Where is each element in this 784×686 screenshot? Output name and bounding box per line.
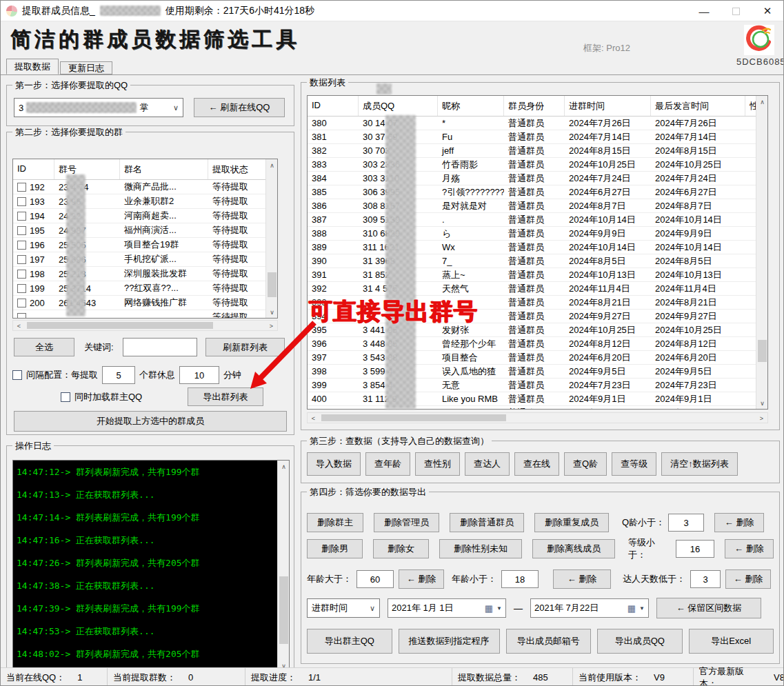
table-row[interactable]: 380 30 14 07 * 普通群员 2024年7月26日 2024年7月26…: [308, 117, 756, 130]
row-checkbox[interactable]: [17, 197, 26, 206]
table-row[interactable]: 390 31 3968 7_ 普通群员 2024年8月5日 2024年8月5日: [308, 254, 756, 268]
export-button[interactable]: 导出Excel: [689, 629, 774, 654]
data-table-hscrollbar[interactable]: < >: [307, 412, 768, 423]
table-row[interactable]: 199 25 3714 ??红双喜??... 等待提取: [13, 281, 265, 296]
table-row[interactable]: 381 30 37 69 Fu 普通群员 2024年7月14日 2024年7月1…: [308, 130, 756, 144]
filter-delete-button[interactable]: 删除性别未知: [439, 539, 522, 558]
table-row[interactable]: 382 30 703 jeff 普通群员 2024年8月15日 2024年8月1…: [308, 144, 756, 158]
delete-by-daren-button[interactable]: ← 删除: [725, 569, 771, 589]
column-header-join[interactable]: 进群时间: [565, 96, 651, 116]
table-row[interactable]: 193 23 96 业余兼职群2 等待提取: [13, 194, 265, 209]
table-row[interactable]: 383 303 2336 竹香雨影 普通群员 2024年10月25日 2024年…: [308, 158, 756, 172]
delete-by-level-button[interactable]: ← 删除: [725, 539, 774, 558]
scrollbar-thumb[interactable]: [27, 322, 213, 329]
scroll-down-icon[interactable]: ∨: [266, 306, 278, 318]
scroll-right-icon[interactable]: >: [756, 412, 767, 424]
row-checkbox[interactable]: [17, 284, 26, 293]
scroll-up-icon[interactable]: ∧: [266, 159, 278, 171]
refresh-online-qq-button[interactable]: ← 刷新在线QQ: [194, 98, 285, 117]
table-row[interactable]: 200 261 4643 网络赚钱推广群 等待提取: [13, 296, 265, 310]
table-row[interactable]: 196 25 505 项目整合19群 等待提取: [13, 238, 265, 252]
filter-delete-button[interactable]: 删除普通群员: [450, 513, 524, 532]
scroll-up-icon[interactable]: ∧: [756, 96, 768, 108]
data-table-vscrollbar[interactable]: ∧ ∨: [756, 96, 767, 409]
date-to-picker[interactable]: 2021年 7月22日 ▦ ▼: [530, 598, 649, 618]
row-checkbox[interactable]: [17, 212, 26, 221]
age-gt-input[interactable]: 60: [356, 570, 394, 588]
field-select[interactable]: 进群时间 ∨: [307, 598, 380, 618]
export-group-list-button[interactable]: 导出群列表: [188, 387, 263, 406]
row-checkbox[interactable]: [17, 241, 26, 250]
tab-changelog[interactable]: 更新日志: [60, 61, 112, 74]
scrollbar-thumb[interactable]: [321, 414, 506, 421]
start-extract-button[interactable]: 开始提取上方选中的群成员: [14, 411, 287, 432]
table-row[interactable]: 391 31 852 蒸上~ 普通群员 2024年10月13日 2024年10月…: [308, 268, 756, 282]
query-button[interactable]: 查性别: [415, 452, 460, 476]
delete-by-age-lt-button[interactable]: ← 删除: [553, 569, 611, 589]
export-button[interactable]: 推送数据到指定程序: [399, 629, 500, 654]
filter-delete-button[interactable]: 删除女: [373, 539, 429, 558]
table-row[interactable]: 400 31 112 9 Like you RMB 普通群员 2024年9月1日…: [308, 392, 756, 406]
keep-range-button[interactable]: ← 保留区间数据: [656, 598, 761, 618]
age-lt-input[interactable]: 18: [501, 570, 539, 588]
scrollbar-thumb[interactable]: [268, 272, 277, 297]
maximize-button[interactable]: [720, 1, 752, 21]
table-row[interactable]: 399 3 854 4 无意 普通群员 2024年7月23日 2024年7月23…: [308, 379, 756, 392]
qq-select[interactable]: 3 掌 ∨: [14, 98, 183, 117]
column-header-role[interactable]: 群员身份: [504, 96, 565, 116]
table-row[interactable]: 396 3 448 85 曾经那个少年 普通群员 2024年8月12日 2024…: [308, 337, 756, 351]
scroll-right-icon[interactable]: >: [265, 320, 277, 332]
level-input[interactable]: 16: [676, 540, 714, 558]
interval-rest-input[interactable]: 10: [179, 366, 219, 384]
column-header-nick[interactable]: 昵称: [438, 96, 504, 116]
export-button[interactable]: 导出成员QQ: [597, 629, 683, 654]
table-row[interactable]: 192 23 4 74 微商产品批... 等待提取: [13, 180, 265, 194]
table-row[interactable]: 195 24 987 福州商演活... 等待提取: [13, 223, 265, 238]
column-header-extra[interactable]: 性: [745, 96, 756, 116]
table-row[interactable]: 392 31 4 575 天然气 普通群员 2024年11月4日 2024年11…: [308, 282, 756, 296]
table-row[interactable]: 388 310 6829 ら 普通群员 2024年9月9日 2024年9月9日: [308, 227, 756, 241]
filter-delete-button[interactable]: 删除离线成员: [532, 539, 615, 558]
export-button[interactable]: 导出成员邮箱号: [506, 629, 592, 654]
row-checkbox[interactable]: [17, 313, 26, 319]
query-button[interactable]: 查在线: [514, 452, 559, 476]
row-checkbox[interactable]: [17, 255, 26, 264]
table-row[interactable]: 387 309 5139 . 普通群员 2024年10月14日 2024年10月…: [308, 213, 756, 227]
delete-by-age-gt-button[interactable]: ← 删除: [399, 569, 444, 589]
filter-delete-button[interactable]: 删除群主: [307, 513, 363, 532]
query-button[interactable]: 查等级: [612, 452, 656, 476]
filter-delete-button[interactable]: 删除重复成员: [534, 513, 609, 532]
filter-delete-button[interactable]: 删除管理员: [374, 513, 439, 532]
scroll-left-icon[interactable]: <: [13, 320, 25, 332]
query-button[interactable]: 清空↑数据列表: [661, 452, 738, 476]
interval-config-checkbox[interactable]: [12, 370, 22, 380]
load-owner-checkbox[interactable]: [61, 392, 70, 402]
scrollbar-thumb[interactable]: [758, 340, 767, 362]
table-row[interactable]: 397 3 543 88 项目整合 普通群员 2024年6月20日 2024年6…: [308, 351, 756, 365]
scroll-left-icon[interactable]: <: [308, 412, 319, 424]
row-checkbox[interactable]: [17, 270, 26, 279]
daren-input[interactable]: 3: [690, 570, 721, 588]
table-row[interactable]: 389 311 1621 Wx 普通群员 2024年10月14日 2024年10…: [308, 241, 756, 254]
row-checkbox[interactable]: [17, 299, 26, 307]
query-button[interactable]: 查达人: [465, 452, 510, 476]
row-checkbox[interactable]: [17, 183, 26, 192]
tab-extract-data[interactable]: 提取数据: [6, 59, 59, 74]
date-from-picker[interactable]: 2021年 1月 1日 ▦ ▼: [388, 598, 506, 618]
table-row[interactable]: 194 24 22 河南商超卖... 等待提取: [13, 209, 265, 223]
column-header-status[interactable]: 提取状态: [208, 159, 265, 179]
query-button[interactable]: 查Q龄: [564, 452, 607, 476]
column-header-id[interactable]: ID: [308, 96, 359, 116]
refresh-group-list-button[interactable]: 刷新群列表: [205, 338, 285, 356]
scrollbar-thumb[interactable]: [279, 576, 288, 644]
delete-by-qage-button[interactable]: ← 删除: [714, 513, 764, 532]
qage-input[interactable]: 3: [668, 514, 704, 532]
minimize-button[interactable]: —: [688, 1, 720, 21]
group-table-hscrollbar[interactable]: < >: [12, 320, 278, 331]
row-checkbox[interactable]: [17, 226, 26, 235]
query-button[interactable]: 查年龄: [365, 452, 410, 476]
column-header-last[interactable]: 最后发言时间: [651, 96, 745, 116]
scroll-down-icon[interactable]: ∨: [756, 397, 768, 409]
table-row[interactable]: 385 306 3995 ?引领???????? 普通群员 2024年6月27日…: [308, 185, 756, 199]
table-row[interactable]: 31 普通群员 2024年7月1日 2024年7月1日: [308, 406, 756, 409]
